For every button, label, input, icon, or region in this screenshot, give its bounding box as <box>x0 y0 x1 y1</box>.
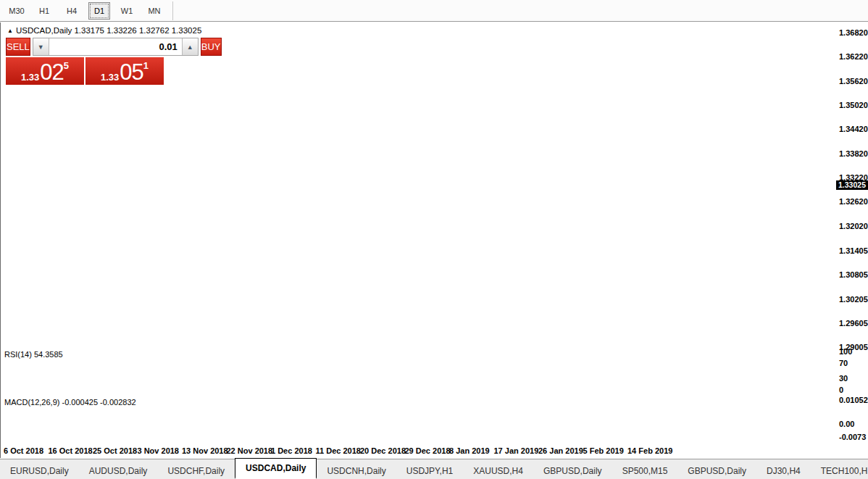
sell-price-big: 02 <box>40 62 63 83</box>
macd-axis-label: 0.00 <box>839 420 854 428</box>
macd-axis-label: 0.010525 <box>839 396 868 404</box>
sell-price-pip: 5 <box>64 60 69 71</box>
one-click-trade-panel: SELL ▼ ▲ BUY 1.33 02 5 1.33 05 1 <box>6 38 164 85</box>
price-axis-label: 1.36220 <box>839 52 868 61</box>
volume-input[interactable] <box>49 38 182 55</box>
chart-title: ▲USDCAD,Daily 1.33175 1.33226 1.32762 1.… <box>7 26 201 35</box>
tab-gbpusd-daily[interactable]: GBPUSD,Daily <box>533 463 612 479</box>
price-axis-label: 1.30805 <box>839 270 868 279</box>
rsi-axis-label: 30 <box>839 374 848 383</box>
chevron-up-icon: ▲ <box>187 43 193 51</box>
buy-price-small: 1.33 <box>101 72 119 83</box>
tab-gbpusd-daily[interactable]: GBPUSD,Daily <box>677 463 756 479</box>
date-axis-label: 26 Jan 2019 <box>538 446 583 455</box>
date-axis-label: 17 Jan 2019 <box>494 446 539 455</box>
current-price-tag: 1.33025 <box>836 180 868 190</box>
macd-label: MACD(12,26,9) -0.000425 -0.002832 <box>4 398 136 407</box>
date-axis-label: 3 Nov 2018 <box>138 446 179 455</box>
date-axis-label: 13 Nov 2018 <box>182 446 228 455</box>
date-axis-label: 1 Dec 2018 <box>271 446 312 455</box>
macd-axis-label: -0.0073 <box>839 433 866 441</box>
tab-tech100-h1[interactable]: TECH100,H1 <box>811 463 868 479</box>
tab-usdcnh-daily[interactable]: USDCNH,Daily <box>317 463 396 479</box>
price-axis-label: 1.36820 <box>839 28 868 37</box>
date-axis-label: 16 Oct 2018 <box>49 446 93 455</box>
chart-window <box>0 22 868 458</box>
timeframe-button-h4[interactable]: H4 <box>61 2 83 20</box>
buy-button[interactable]: BUY <box>201 38 222 56</box>
volume-decrease-button[interactable]: ▼ <box>33 38 49 55</box>
buy-price-big: 05 <box>120 62 143 83</box>
tab-usdcad-daily[interactable]: USDCAD,Daily <box>235 458 317 479</box>
date-axis-label: 8 Jan 2019 <box>449 446 490 455</box>
sell-price-tile[interactable]: 1.33 02 5 <box>6 57 84 85</box>
price-axis-label: 1.31405 <box>839 246 868 255</box>
price-axis-label: 1.29605 <box>839 319 868 328</box>
timeframe-button-m30[interactable]: M30 <box>6 2 28 20</box>
volume-stepper: ▼ ▲ <box>33 38 199 56</box>
tab-usdchf-daily[interactable]: USDCHF,Daily <box>157 463 235 479</box>
sell-button[interactable]: SELL <box>6 38 30 56</box>
tab-eurusd-daily[interactable]: EURUSD,Daily <box>0 463 79 479</box>
date-axis-label: 29 Dec 2018 <box>405 446 451 455</box>
buy-price-pip: 1 <box>143 60 149 71</box>
timeframe-button-d1[interactable]: D1 <box>88 2 110 20</box>
rsi-axis-label: 100 <box>839 347 852 356</box>
chart-title-text: USDCAD,Daily 1.33175 1.33226 1.32762 1.3… <box>16 26 201 35</box>
buy-price-tile[interactable]: 1.33 05 1 <box>85 57 164 85</box>
tab-sp500-m15[interactable]: SP500,M15 <box>612 463 678 479</box>
symbol-tabbar: EURUSD,DailyAUDUSD,DailyUSDCHF,DailyUSDC… <box>0 459 868 479</box>
rsi-axis-label: 0 <box>839 386 843 394</box>
timeframe-button-w1[interactable]: W1 <box>116 2 138 20</box>
date-axis-label: 14 Feb 2019 <box>627 446 672 455</box>
price-axis-label: 1.35020 <box>839 101 868 109</box>
mt4-terminal: { "toolbar": { "timeframes": ["M30","H1"… <box>0 0 868 479</box>
price-axis-label: 1.32620 <box>839 197 868 206</box>
timeframe-button-h1[interactable]: H1 <box>33 2 55 20</box>
toolbar-separator <box>172 1 173 20</box>
tab-usdjpy-h1[interactable]: USDJPY,H1 <box>396 463 463 479</box>
tab-xauusd-h4[interactable]: XAUUSD,H4 <box>463 463 533 479</box>
tab-audusd-daily[interactable]: AUDUSD,Daily <box>79 463 158 479</box>
price-axis-label: 1.30205 <box>839 295 868 304</box>
rsi-label: RSI(14) 54.3585 <box>4 350 63 359</box>
date-axis-label: 25 Oct 2018 <box>93 446 137 455</box>
timeframe-toolbar: M30 H1 H4 D1 W1 MN <box>0 0 868 22</box>
price-axis-label: 1.33820 <box>839 149 868 158</box>
price-axis-label: 1.32020 <box>839 222 868 230</box>
rsi-axis-label: 70 <box>839 359 848 367</box>
date-axis-label: 20 Dec 2018 <box>360 446 406 455</box>
tab-dj30-h4[interactable]: DJ30,H4 <box>756 463 811 479</box>
chart-expand-icon: ▲ <box>7 28 13 34</box>
volume-increase-button[interactable]: ▲ <box>182 38 198 55</box>
date-axis-label: 11 Dec 2018 <box>316 446 361 455</box>
date-axis-label: 22 Nov 2018 <box>227 446 273 455</box>
price-axis-label: 1.34420 <box>839 125 868 133</box>
chevron-down-icon: ▼ <box>38 43 44 51</box>
price-axis-label: 1.35620 <box>839 77 868 86</box>
timeframe-button-mn[interactable]: MN <box>143 2 165 20</box>
date-axis-label: 6 Oct 2018 <box>4 446 43 455</box>
sell-price-small: 1.33 <box>21 72 39 83</box>
date-axis-label: 5 Feb 2019 <box>583 446 624 455</box>
